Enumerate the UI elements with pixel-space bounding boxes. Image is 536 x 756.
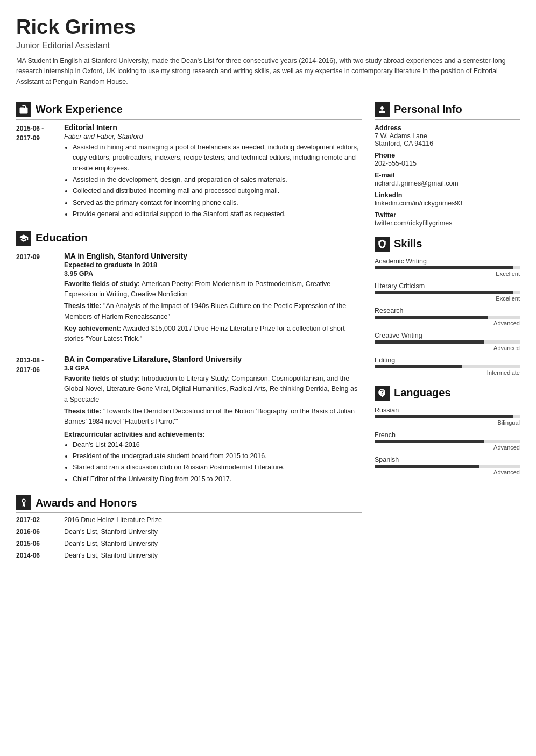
- edu-entry-2-date: 2013-08 -2017-06: [16, 355, 57, 486]
- work-experience-header: Work Experience: [16, 102, 362, 120]
- education-icon: [16, 231, 31, 246]
- skill-name-0: Academic Writing: [375, 258, 520, 265]
- personal-info-fields: Address 7 W. Adams LaneStanford, CA 9411…: [375, 124, 520, 227]
- language-level-2: Advanced: [375, 469, 520, 475]
- edu-entry-1-gpa: 3.95 GPA: [64, 270, 362, 277]
- language-item-0: Russian Bilingual: [375, 406, 520, 426]
- edu2-thesis-value: "Towards the Derridian Decostruction of …: [64, 408, 355, 425]
- main-content: Work Experience 2015-06 -2017-09 Editori…: [16, 102, 520, 569]
- address-label: Address: [375, 124, 520, 132]
- personal-phone: Phone 202-555-0115: [375, 152, 520, 167]
- skill-level-1: Excellent: [375, 295, 520, 302]
- award-title-2: Dean's List, Stanford University: [64, 528, 158, 536]
- left-column: Work Experience 2015-06 -2017-09 Editori…: [16, 102, 362, 569]
- phone-value: 202-555-0115: [375, 160, 520, 167]
- award-title-4: Dean's List, Stanford University: [64, 552, 158, 559]
- skills-section: Skills Academic Writing Excellent Litera…: [375, 237, 520, 376]
- personal-info-icon: [375, 102, 390, 117]
- award-title-1: 2016 Drue Heinz Literature Prize: [64, 516, 162, 524]
- fields-label: Favorite fields of study:: [64, 280, 140, 288]
- awards-icon: [16, 495, 31, 510]
- bullet-3: Collected and distributed incoming mail …: [73, 186, 362, 196]
- linkedin-value: linkedin.com/in/rickygrimes93: [375, 199, 520, 207]
- skill-item-0: Academic Writing Excellent: [375, 258, 520, 277]
- edu-entry-1-thesis: Thesis title: "An Analysis of the Impact…: [64, 301, 362, 322]
- language-bar-1: [375, 440, 520, 443]
- skill-item-4: Editing Intermediate: [375, 356, 520, 376]
- extra-bullet-2: President of the undergraduate student b…: [73, 451, 362, 461]
- skill-bar-1: [375, 291, 520, 294]
- right-column: Personal Info Address 7 W. Adams LaneSta…: [375, 102, 520, 569]
- skill-bar-fill-0: [375, 266, 513, 269]
- email-value: richard.f.grimes@gmail.com: [375, 180, 520, 187]
- personal-info-title: Personal Info: [394, 103, 462, 116]
- edu-entry-2: 2013-08 -2017-06 BA in Comparative Litar…: [16, 355, 362, 486]
- personal-info-header: Personal Info: [375, 102, 520, 120]
- edu-entry-1-fields: Favorite fields of study: American Poetr…: [64, 279, 362, 300]
- work-experience-section: Work Experience 2015-06 -2017-09 Editori…: [16, 102, 362, 221]
- language-name-0: Russian: [375, 406, 520, 414]
- work-entry-1: 2015-06 -2017-09 Editorial Intern Faber …: [16, 123, 362, 221]
- languages-section: Languages Russian Bilingual French Advan…: [375, 386, 520, 475]
- work-entry-1-subtitle: Faber and Faber, Stanford: [64, 133, 362, 140]
- skill-bar-fill-1: [375, 291, 513, 294]
- skill-item-3: Creative Writing Advanced: [375, 332, 520, 351]
- language-item-1: French Advanced: [375, 431, 520, 451]
- work-entry-1-body: Editorial Intern Faber and Faber, Stanfo…: [64, 123, 362, 221]
- personal-twitter: Twitter twitter.com/rickyfillygrimes: [375, 211, 520, 227]
- language-name-1: French: [375, 431, 520, 439]
- edu-entry-1-title: MA in English, Stanford University: [64, 252, 362, 260]
- bullet-2: Assisted in the development, design, and…: [73, 175, 362, 185]
- skill-bar-2: [375, 316, 520, 319]
- skill-item-2: Research Advanced: [375, 307, 520, 326]
- personal-info-section: Personal Info Address 7 W. Adams LaneSta…: [375, 102, 520, 227]
- extracurricular-bullets: Dean's List 2014-2016 President of the u…: [64, 440, 362, 485]
- skill-bar-4: [375, 365, 520, 368]
- edu-entry-2-thesis: Thesis title: "Towards the Derridian Dec…: [64, 406, 362, 427]
- language-bar-fill-1: [375, 440, 484, 443]
- award-title-3: Dean's List, Stanford University: [64, 540, 158, 547]
- thesis-value: "An Analysis of the Impact of 1940s Blue…: [64, 302, 346, 320]
- edu-entry-1-expected: Expected to graduate in 2018: [64, 261, 362, 269]
- skill-level-2: Advanced: [375, 320, 520, 326]
- language-bar-2: [375, 465, 520, 468]
- email-label: E-mail: [375, 172, 520, 179]
- language-level-0: Bilingual: [375, 419, 520, 426]
- edu-entry-1-date: 2017-09: [16, 252, 57, 346]
- languages-header: Languages: [375, 386, 520, 403]
- skill-bar-0: [375, 266, 520, 269]
- awards-header: Awards and Honors: [16, 495, 362, 513]
- award-date-1: 2017-02: [16, 516, 57, 524]
- languages-icon: [375, 386, 390, 401]
- linkedin-label: LinkedIn: [375, 191, 520, 199]
- work-entry-1-bullets: Assisted in hiring and managing a pool o…: [64, 142, 362, 220]
- award-entry-2: 2016-06 Dean's List, Stanford University: [16, 528, 362, 536]
- work-experience-title: Work Experience: [36, 103, 123, 116]
- skills-list: Academic Writing Excellent Literary Crit…: [375, 258, 520, 376]
- personal-linkedin: LinkedIn linkedin.com/in/rickygrimes93: [375, 191, 520, 207]
- language-bar-fill-0: [375, 415, 513, 418]
- edu-entry-1-body: MA in English, Stanford University Expec…: [64, 252, 362, 346]
- language-name-2: Spanish: [375, 456, 520, 463]
- education-title: Education: [36, 232, 88, 244]
- personal-email: E-mail richard.f.grimes@gmail.com: [375, 172, 520, 187]
- bullet-4: Served as the primary contact for incomi…: [73, 198, 362, 208]
- personal-address: Address 7 W. Adams LaneStanford, CA 9411…: [375, 124, 520, 147]
- extra-bullet-4: Chief Editor of the University Blog from…: [73, 474, 362, 484]
- edu2-thesis-label: Thesis title:: [64, 408, 101, 415]
- edu-entry-2-body: BA in Comparative Litarature, Stanford U…: [64, 355, 362, 486]
- award-entry-4: 2014-06 Dean's List, Stanford University: [16, 552, 362, 559]
- award-date-2: 2016-06: [16, 528, 57, 536]
- edu-entry-2-gpa: 3.9 GPA: [64, 365, 362, 372]
- education-section: Education 2017-09 MA in English, Stanfor…: [16, 231, 362, 486]
- skill-name-4: Editing: [375, 356, 520, 364]
- twitter-label: Twitter: [375, 211, 520, 219]
- award-date-3: 2015-06: [16, 540, 57, 547]
- skill-name-2: Research: [375, 307, 520, 315]
- twitter-value: twitter.com/rickyfillygrimes: [375, 219, 520, 227]
- phone-label: Phone: [375, 152, 520, 159]
- edu2-fields-label: Favorite fields of study:: [64, 375, 140, 382]
- edu-entry-1-key: Key achievement: Awarded $15,000 2017 Dr…: [64, 324, 362, 345]
- thesis-label: Thesis title:: [64, 302, 101, 310]
- skill-name-3: Creative Writing: [375, 332, 520, 339]
